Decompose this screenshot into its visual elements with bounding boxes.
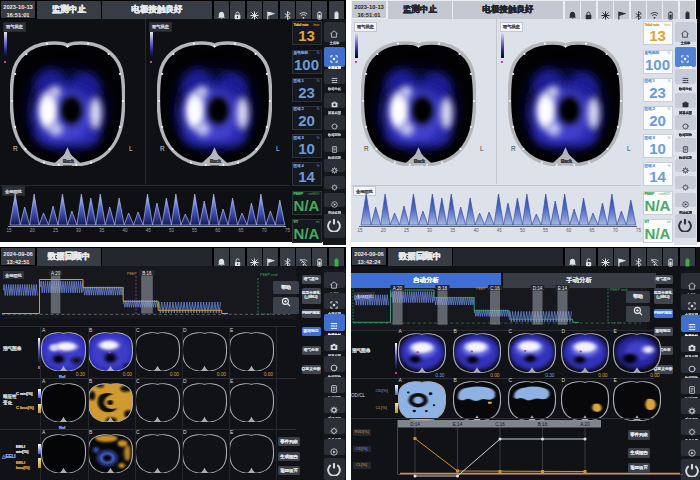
svg-text:PEEP end: PEEP end — [260, 273, 277, 277]
svg-text:E:14: E:14 — [558, 286, 568, 291]
svg-text:PEEP: PEEP — [127, 272, 137, 276]
svg-text:D:14: D:14 — [533, 286, 543, 291]
svg-text:B:18: B:18 — [538, 422, 548, 427]
svg-text:PEEP: PEEP — [476, 287, 486, 291]
svg-text:A:20: A:20 — [393, 286, 403, 291]
svg-text:B:18: B:18 — [438, 286, 448, 291]
svg-text:B:16: B:16 — [142, 271, 152, 276]
svg-text:E:14: E:14 — [453, 422, 463, 427]
svg-text:D:14: D:14 — [410, 422, 420, 427]
svg-text:C:16: C:16 — [495, 422, 505, 427]
svg-text:A:20: A:20 — [580, 422, 590, 427]
svg-text:A:20: A:20 — [51, 271, 61, 276]
svg-text:C:16: C:16 — [490, 286, 500, 291]
svg-text:PEEP end: PEEP end — [610, 288, 627, 292]
